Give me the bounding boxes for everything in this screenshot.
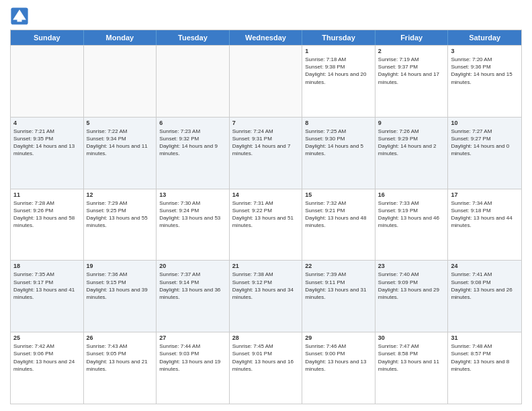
calendar: SundayMondayTuesdayWednesdayThursdayFrid… [10,30,522,404]
day-cell-17: 17Sunrise: 7:34 AM Sunset: 9:18 PM Dayli… [448,189,521,261]
day-number: 11 [13,191,81,198]
day-info: Sunrise: 7:44 AM Sunset: 9:03 PM Dayligh… [159,342,226,373]
day-info: Sunrise: 7:29 AM Sunset: 9:25 PM Dayligh… [87,199,154,230]
calendar-week-1: 1Sunrise: 7:18 AM Sunset: 9:38 PM Daylig… [11,45,521,117]
day-cell-3: 3Sunrise: 7:20 AM Sunset: 9:36 PM Daylig… [448,46,521,117]
day-number: 8 [305,120,372,126]
day-cell-13: 13Sunrise: 7:30 AM Sunset: 9:24 PM Dayli… [157,189,230,261]
day-cell-9: 9Sunrise: 7:26 AM Sunset: 9:29 PM Daylig… [375,118,449,189]
day-cell-27: 27Sunrise: 7:44 AM Sunset: 9:03 PM Dayli… [157,332,230,404]
day-cell-7: 7Sunrise: 7:24 AM Sunset: 9:31 PM Daylig… [230,118,303,189]
empty-cell [84,46,157,117]
day-number: 30 [378,334,445,341]
empty-cell [157,46,230,117]
day-cell-16: 16Sunrise: 7:33 AM Sunset: 9:19 PM Dayli… [375,189,449,261]
day-info: Sunrise: 7:26 AM Sunset: 9:29 PM Dayligh… [378,128,445,158]
day-info: Sunrise: 7:43 AM Sunset: 9:05 PM Dayligh… [87,342,154,373]
day-cell-31: 31Sunrise: 7:48 AM Sunset: 8:57 PM Dayli… [448,332,521,404]
calendar-week-5: 25Sunrise: 7:42 AM Sunset: 9:06 PM Dayli… [11,332,521,404]
calendar-week-4: 18Sunrise: 7:35 AM Sunset: 9:17 PM Dayli… [11,260,521,332]
day-info: Sunrise: 7:47 AM Sunset: 8:58 PM Dayligh… [378,342,445,373]
day-info: Sunrise: 7:34 AM Sunset: 9:18 PM Dayligh… [451,199,519,230]
day-info: Sunrise: 7:20 AM Sunset: 9:36 PM Dayligh… [451,56,519,86]
day-info: Sunrise: 7:36 AM Sunset: 9:15 PM Dayligh… [87,271,154,301]
day-cell-30: 30Sunrise: 7:47 AM Sunset: 8:58 PM Dayli… [375,332,449,404]
day-number: 29 [305,334,372,341]
day-cell-2: 2Sunrise: 7:19 AM Sunset: 9:37 PM Daylig… [375,46,449,117]
day-cell-14: 14Sunrise: 7:31 AM Sunset: 9:22 PM Dayli… [230,189,303,261]
day-number: 13 [159,191,226,198]
day-cell-21: 21Sunrise: 7:38 AM Sunset: 9:12 PM Dayli… [230,261,303,332]
day-info: Sunrise: 7:32 AM Sunset: 9:21 PM Dayligh… [305,199,372,230]
day-info: Sunrise: 7:33 AM Sunset: 9:19 PM Dayligh… [378,199,445,230]
day-cell-29: 29Sunrise: 7:46 AM Sunset: 9:00 PM Dayli… [302,332,375,404]
day-info: Sunrise: 7:31 AM Sunset: 9:22 PM Dayligh… [232,199,300,230]
header [10,7,522,26]
day-info: Sunrise: 7:38 AM Sunset: 9:12 PM Dayligh… [232,271,300,301]
header-cell-sunday: Sunday [11,30,84,45]
day-number: 5 [87,120,154,126]
day-cell-10: 10Sunrise: 7:27 AM Sunset: 9:27 PM Dayli… [448,118,521,189]
day-info: Sunrise: 7:42 AM Sunset: 9:06 PM Dayligh… [13,342,81,373]
day-cell-8: 8Sunrise: 7:25 AM Sunset: 9:30 PM Daylig… [302,118,375,189]
day-cell-25: 25Sunrise: 7:42 AM Sunset: 9:06 PM Dayli… [11,332,84,404]
day-number: 31 [451,334,519,341]
day-cell-15: 15Sunrise: 7:32 AM Sunset: 9:21 PM Dayli… [302,189,375,261]
day-info: Sunrise: 7:24 AM Sunset: 9:31 PM Dayligh… [232,128,300,158]
logo-icon [10,7,29,26]
day-info: Sunrise: 7:30 AM Sunset: 9:24 PM Dayligh… [159,199,226,230]
day-info: Sunrise: 7:22 AM Sunset: 9:34 PM Dayligh… [87,128,154,158]
day-number: 1 [305,48,372,54]
day-info: Sunrise: 7:46 AM Sunset: 9:00 PM Dayligh… [305,342,372,373]
day-number: 7 [232,120,300,126]
day-number: 24 [451,263,519,269]
day-number: 3 [451,48,519,54]
day-cell-12: 12Sunrise: 7:29 AM Sunset: 9:25 PM Dayli… [84,189,157,261]
day-number: 4 [13,120,81,126]
page: SundayMondayTuesdayWednesdayThursdayFrid… [0,0,532,411]
day-number: 21 [232,263,300,269]
empty-cell [230,46,303,117]
day-number: 28 [232,334,300,341]
header-cell-tuesday: Tuesday [157,30,230,45]
day-number: 27 [159,334,226,341]
day-number: 17 [451,191,519,198]
header-cell-thursday: Thursday [302,30,375,45]
day-info: Sunrise: 7:25 AM Sunset: 9:30 PM Dayligh… [305,128,372,158]
day-cell-18: 18Sunrise: 7:35 AM Sunset: 9:17 PM Dayli… [11,261,84,332]
day-number: 16 [378,191,445,198]
day-info: Sunrise: 7:39 AM Sunset: 9:11 PM Dayligh… [305,271,372,301]
day-number: 23 [378,263,445,269]
day-number: 9 [378,120,445,126]
day-number: 10 [451,120,519,126]
day-cell-28: 28Sunrise: 7:45 AM Sunset: 9:01 PM Dayli… [230,332,303,404]
day-info: Sunrise: 7:35 AM Sunset: 9:17 PM Dayligh… [13,271,81,301]
day-number: 6 [159,120,226,126]
day-info: Sunrise: 7:21 AM Sunset: 9:35 PM Dayligh… [13,128,81,158]
day-number: 20 [159,263,226,269]
day-cell-1: 1Sunrise: 7:18 AM Sunset: 9:38 PM Daylig… [302,46,375,117]
day-number: 19 [87,263,154,269]
day-number: 12 [87,191,154,198]
calendar-header: SundayMondayTuesdayWednesdayThursdayFrid… [11,30,521,45]
header-cell-saturday: Saturday [448,30,521,45]
day-number: 2 [378,48,445,54]
day-info: Sunrise: 7:37 AM Sunset: 9:14 PM Dayligh… [159,271,226,301]
day-info: Sunrise: 7:45 AM Sunset: 9:01 PM Dayligh… [232,342,300,373]
day-cell-5: 5Sunrise: 7:22 AM Sunset: 9:34 PM Daylig… [84,118,157,189]
day-info: Sunrise: 7:28 AM Sunset: 9:26 PM Dayligh… [13,199,81,230]
day-cell-19: 19Sunrise: 7:36 AM Sunset: 9:15 PM Dayli… [84,261,157,332]
header-cell-friday: Friday [375,30,449,45]
day-number: 14 [232,191,300,198]
day-info: Sunrise: 7:40 AM Sunset: 9:09 PM Dayligh… [378,271,445,301]
day-cell-6: 6Sunrise: 7:23 AM Sunset: 9:32 PM Daylig… [157,118,230,189]
day-cell-23: 23Sunrise: 7:40 AM Sunset: 9:09 PM Dayli… [375,261,449,332]
day-cell-22: 22Sunrise: 7:39 AM Sunset: 9:11 PM Dayli… [302,261,375,332]
calendar-week-3: 11Sunrise: 7:28 AM Sunset: 9:26 PM Dayli… [11,189,521,261]
header-cell-monday: Monday [84,30,157,45]
day-cell-24: 24Sunrise: 7:41 AM Sunset: 9:08 PM Dayli… [448,261,521,332]
day-number: 15 [305,191,372,198]
day-number: 26 [87,334,154,341]
day-info: Sunrise: 7:41 AM Sunset: 9:08 PM Dayligh… [451,271,519,301]
day-number: 22 [305,263,372,269]
